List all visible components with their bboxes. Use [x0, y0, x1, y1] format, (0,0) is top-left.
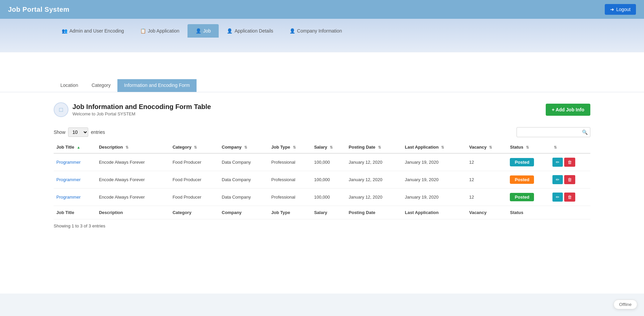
col-last-application[interactable]: Last Application ⇅: [402, 141, 467, 153]
col-description[interactable]: Description ⇅: [96, 141, 170, 153]
cell-salary-1: 100,000: [311, 171, 346, 189]
cell-category-0: Food Producer: [170, 153, 219, 171]
search-icon: 🔍: [582, 129, 588, 135]
footer-col-job-type: Job Type: [269, 206, 312, 219]
page-title-block: Job Information and Enocoding Form Table…: [72, 103, 211, 116]
footer-col-posting-date: Posting Date: [346, 206, 402, 219]
job-icon: 👤: [196, 28, 201, 34]
cell-status-1: Posted: [507, 171, 550, 189]
table-row: Programmer Encode Always Forever Food Pr…: [54, 171, 590, 189]
cell-job-type-0: Professional: [269, 153, 312, 171]
col-status[interactable]: Status ⇅: [507, 141, 550, 153]
sort-icon-description: ⇅: [125, 145, 128, 150]
sort-icon-job-title: ▲: [77, 145, 80, 149]
footer-col-vacancy: Vacancy: [467, 206, 507, 219]
cell-status-0: Posted: [507, 153, 550, 171]
showing-text: Showing 1 to 3 of 3 entries: [54, 223, 105, 228]
col-job-title[interactable]: Job Title ▲: [54, 141, 96, 153]
footer-col-company: Company: [219, 206, 269, 219]
cell-description-0: Encode Always Forever: [96, 153, 170, 171]
nav-tab-application-details[interactable]: 👤 Application Details: [219, 24, 281, 38]
col-job-type[interactable]: Job Type ⇅: [269, 141, 312, 153]
cell-posting-date-1: January 12, 2020: [346, 171, 402, 189]
page-header-left: □ Job Information and Enocoding Form Tab…: [54, 102, 211, 117]
content-area: □ Job Information and Enocoding Form Tab…: [0, 92, 644, 294]
footer-col-status: Status: [507, 206, 550, 219]
nav-tab-job[interactable]: 👤 Job: [187, 24, 219, 38]
status-badge-0: Posted: [510, 158, 534, 166]
table-footer-row: Job Title Description Category Company J…: [54, 206, 590, 219]
sort-icon-category: ⇅: [194, 145, 197, 150]
sort-icon-salary: ⇅: [330, 145, 333, 150]
action-btns-1: ✏ 🗑: [552, 175, 588, 184]
delete-button-2[interactable]: 🗑: [564, 193, 575, 202]
col-category[interactable]: Category ⇅: [170, 141, 219, 153]
col-salary[interactable]: Salary ⇅: [311, 141, 346, 153]
col-posting-date[interactable]: Posting Date ⇅: [346, 141, 402, 153]
search-box: 🔍: [517, 127, 590, 137]
entries-select[interactable]: 10 25 50 100: [68, 127, 88, 137]
col-vacancy[interactable]: Vacancy ⇅: [467, 141, 507, 153]
sort-icon-last-app: ⇅: [441, 145, 444, 150]
table-row: Programmer Encode Always Forever Food Pr…: [54, 153, 590, 171]
job-app-icon: 📋: [140, 28, 146, 34]
col-actions: ⇅: [550, 141, 590, 153]
cell-category-2: Food Producer: [170, 189, 219, 206]
page-icon: □: [54, 102, 68, 117]
nav-tab-company-info[interactable]: 👤 Company Information: [281, 24, 350, 38]
entries-label: entries: [91, 129, 105, 135]
logout-label: Logout: [616, 7, 631, 12]
cell-actions-0: ✏ 🗑: [550, 153, 590, 171]
company-icon: 👤: [289, 28, 295, 34]
cell-vacancy-0: 12: [467, 153, 507, 171]
sort-icon-actions: ⇅: [554, 145, 557, 150]
sub-tab-location[interactable]: Location: [54, 79, 85, 92]
sub-tab-info-encoding[interactable]: Information and Encoding Form: [117, 79, 197, 92]
cell-company-0: Data Company: [219, 153, 269, 171]
delete-button-0[interactable]: 🗑: [564, 158, 575, 167]
nav-tab-job-application[interactable]: 📋 Job Application: [132, 24, 187, 38]
cell-company-1: Data Company: [219, 171, 269, 189]
app-header: Job Portal System ➜ Logout: [0, 0, 644, 19]
sort-icon-posting-date: ⇅: [378, 145, 381, 150]
cell-job-type-1: Professional: [269, 171, 312, 189]
footer-col-description: Description: [96, 206, 170, 219]
cell-vacancy-2: 12: [467, 189, 507, 206]
job-title-link-1[interactable]: Programmer: [56, 177, 80, 182]
edit-button-0[interactable]: ✏: [552, 158, 563, 167]
delete-button-1[interactable]: 🗑: [564, 175, 575, 184]
admin-icon: 👥: [62, 28, 67, 34]
status-badge-2: Posted: [510, 193, 534, 201]
edit-button-1[interactable]: ✏: [552, 175, 563, 184]
logout-button[interactable]: ➜ Logout: [605, 4, 636, 15]
footer-col-salary: Salary: [311, 206, 346, 219]
data-table: Job Title ▲ Description ⇅ Category ⇅ Com…: [54, 141, 590, 219]
app-details-icon: 👤: [227, 28, 232, 34]
sort-icon-vacancy: ⇅: [489, 145, 492, 150]
cell-company-2: Data Company: [219, 189, 269, 206]
job-title-link-0[interactable]: Programmer: [56, 160, 80, 165]
table-controls: Show 10 25 50 100 entries 🔍: [54, 127, 590, 137]
footer-col-category: Category: [170, 206, 219, 219]
footer-col-last-app: Last Application: [402, 206, 467, 219]
cell-job-title-1: Programmer: [54, 171, 96, 189]
cell-job-title-0: Programmer: [54, 153, 96, 171]
cell-description-1: Encode Always Forever: [96, 171, 170, 189]
search-input[interactable]: [517, 127, 590, 137]
cell-status-2: Posted: [507, 189, 550, 206]
page-header: □ Job Information and Enocoding Form Tab…: [54, 99, 590, 120]
cell-last-app-0: January 19, 2020: [402, 153, 467, 171]
show-entries: Show 10 25 50 100 entries: [54, 127, 105, 137]
sort-icon-company: ⇅: [244, 145, 247, 150]
table-row: Programmer Encode Always Forever Food Pr…: [54, 189, 590, 206]
cell-last-app-1: January 19, 2020: [402, 171, 467, 189]
action-btns-2: ✏ 🗑: [552, 193, 588, 202]
col-company[interactable]: Company ⇅: [219, 141, 269, 153]
nav-tab-admin[interactable]: 👥 Admin and User Encoding: [54, 24, 132, 38]
edit-button-2[interactable]: ✏: [552, 193, 563, 202]
add-job-info-button[interactable]: + Add Job Info: [546, 104, 590, 116]
sort-icon-job-type: ⇅: [293, 145, 296, 150]
table-footer-info: Showing 1 to 3 of 3 entries: [54, 223, 590, 228]
sub-tab-category[interactable]: Category: [85, 79, 117, 92]
job-title-link-2[interactable]: Programmer: [56, 195, 80, 200]
